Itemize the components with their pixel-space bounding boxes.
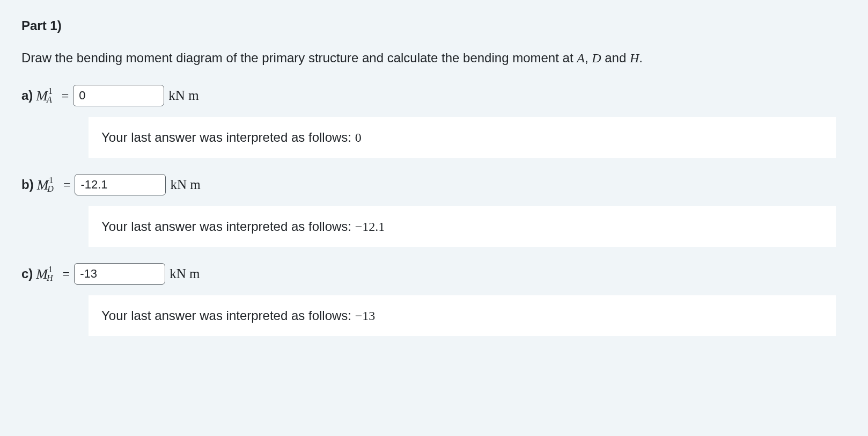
instruction-end: . bbox=[639, 50, 643, 65]
part-title: Part 1) bbox=[21, 16, 847, 35]
answer-input-c[interactable] bbox=[74, 263, 165, 285]
answer-input-b[interactable] bbox=[75, 174, 166, 195]
moment-symbol-c: M 1 H bbox=[36, 264, 58, 285]
question-label-a: a) bbox=[21, 86, 33, 105]
feedback-prefix-c: Your last answer was interpreted as foll… bbox=[101, 308, 355, 323]
question-label-b: b) bbox=[21, 175, 34, 194]
unit-a: kN m bbox=[168, 85, 198, 106]
equals-c: = bbox=[63, 264, 70, 284]
equals-b: = bbox=[63, 175, 71, 194]
equals-a: = bbox=[62, 86, 69, 105]
instruction-text: Draw the bending moment diagram of the p… bbox=[21, 48, 847, 68]
instruction-sep1: , bbox=[585, 50, 592, 65]
instruction-start: Draw the bending moment diagram of the p… bbox=[21, 50, 577, 65]
feedback-box-a: Your last answer was interpreted as foll… bbox=[89, 117, 836, 158]
moment-sub-a: A bbox=[47, 93, 52, 106]
question-row-c: c) M 1 H = kN m bbox=[21, 263, 847, 285]
feedback-box-c: Your last answer was interpreted as foll… bbox=[89, 295, 836, 336]
answer-input-a[interactable] bbox=[73, 85, 164, 106]
point-h: H bbox=[630, 51, 639, 65]
feedback-value-a: 0 bbox=[355, 130, 362, 144]
instruction-sep2: and bbox=[601, 50, 630, 65]
feedback-box-b: Your last answer was interpreted as foll… bbox=[89, 206, 836, 247]
feedback-prefix-b: Your last answer was interpreted as foll… bbox=[101, 219, 355, 234]
feedback-value-c: −13 bbox=[355, 309, 376, 323]
moment-main-c: M bbox=[36, 264, 48, 285]
moment-sub-b: D bbox=[47, 183, 54, 195]
point-d: D bbox=[592, 51, 601, 65]
moment-symbol-a: M 1 A bbox=[36, 85, 57, 106]
question-row-b: b) M 1 D = kN m bbox=[21, 174, 847, 195]
part-container: Part 1) Draw the bending moment diagram … bbox=[21, 16, 847, 336]
question-row-a: a) M 1 A = kN m bbox=[21, 85, 847, 106]
point-a: A bbox=[577, 51, 585, 65]
feedback-value-b: −12.1 bbox=[355, 220, 385, 234]
moment-sub-c: H bbox=[47, 272, 53, 285]
unit-b: kN m bbox=[170, 175, 200, 195]
unit-c: kN m bbox=[170, 264, 200, 284]
question-label-c: c) bbox=[21, 264, 33, 284]
feedback-prefix-a: Your last answer was interpreted as foll… bbox=[101, 130, 355, 144]
moment-symbol-b: M 1 D bbox=[37, 175, 59, 195]
moment-main-a: M bbox=[36, 85, 48, 106]
